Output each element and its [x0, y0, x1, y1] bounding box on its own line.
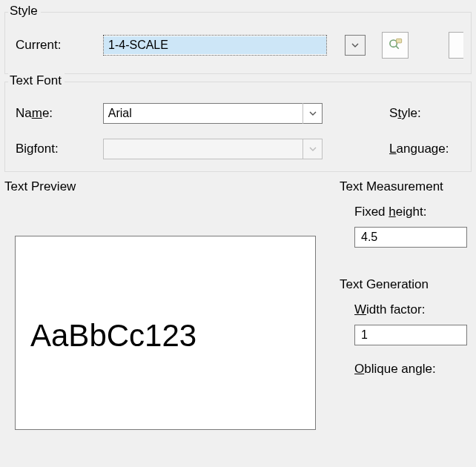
- button-edge[interactable]: [449, 32, 463, 59]
- font-group: Text Font Name: Style: Bigfont: Language…: [4, 82, 472, 172]
- fixed-height-label: Fixed height:: [354, 205, 476, 219]
- chevron-down-icon: [351, 43, 359, 47]
- current-label: Current:: [16, 38, 103, 53]
- bigfont-dropdown-button: [303, 139, 322, 159]
- current-style-dropdown-button[interactable]: [345, 35, 366, 56]
- font-name-label: Name:: [16, 106, 103, 121]
- chevron-down-icon: [309, 111, 317, 116]
- language-label: Language:: [389, 142, 471, 156]
- font-style-label: Style:: [389, 106, 471, 121]
- chevron-down-icon: [309, 147, 317, 151]
- style-group: Style Current:: [4, 12, 472, 74]
- oblique-angle-label: Oblique angle:: [354, 362, 476, 377]
- preview-sample-text: AaBbCc123: [30, 318, 196, 354]
- generation-legend: Text Generation: [340, 277, 476, 292]
- style-legend: Style: [8, 4, 41, 19]
- magnifier-tag-icon: [387, 35, 403, 56]
- bigfont-label: Bigfont:: [16, 142, 103, 156]
- svg-line-1: [396, 46, 399, 49]
- font-legend: Text Font: [8, 73, 65, 88]
- width-factor-input[interactable]: [354, 325, 467, 345]
- width-factor-label: Width factor:: [354, 302, 476, 317]
- fixed-height-input[interactable]: [354, 227, 467, 248]
- style-manager-button[interactable]: [382, 32, 409, 59]
- bigfont-combo: [103, 139, 323, 159]
- font-name-dropdown-button[interactable]: [303, 103, 322, 124]
- measurement-legend: Text Measurement: [340, 179, 476, 194]
- preview-box: AaBbCc123: [15, 236, 316, 430]
- svg-rect-2: [397, 39, 402, 43]
- current-style-combo[interactable]: [103, 35, 327, 56]
- bigfont-input: [104, 140, 303, 158]
- font-name-input[interactable]: [104, 105, 303, 122]
- current-style-input[interactable]: [104, 36, 326, 54]
- font-name-combo[interactable]: [103, 103, 323, 124]
- preview-legend: Text Preview: [4, 179, 335, 194]
